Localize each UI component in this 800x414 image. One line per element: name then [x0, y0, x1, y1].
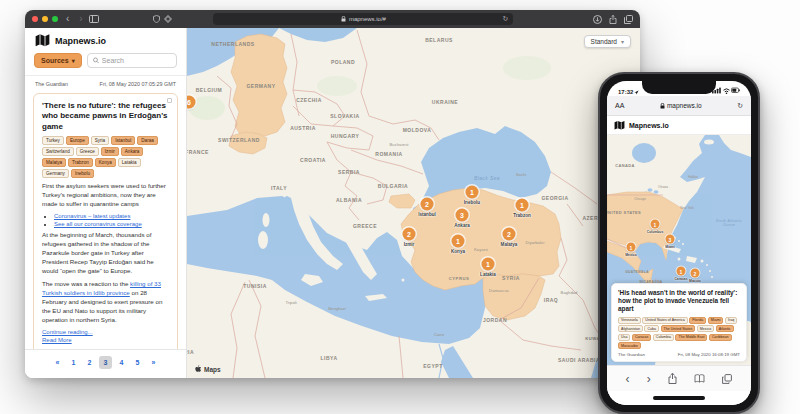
pagination-page-4[interactable]: 4 — [115, 356, 128, 369]
pagination-last[interactable]: » — [147, 356, 160, 369]
share-icon[interactable] — [609, 15, 617, 24]
tag-izmir[interactable]: Izmir — [101, 147, 119, 156]
reload-icon[interactable]: ↻ — [503, 15, 509, 23]
tabs-icon[interactable] — [624, 15, 633, 24]
reader-mode-button[interactable]: AA — [615, 102, 624, 109]
home-indicator[interactable] — [653, 396, 705, 400]
sidebar-toggle-icon[interactable] — [89, 15, 99, 23]
pagination-page-2[interactable]: 2 — [83, 356, 96, 369]
tag-atlantic[interactable]: Atlantic — [716, 325, 734, 332]
tag-caribbean[interactable]: Caribbean — [709, 334, 732, 341]
tag-miami[interactable]: Miami — [708, 317, 724, 324]
map-marker-istanbul[interactable]: 2Istanbul — [421, 198, 434, 211]
map-marker-konya[interactable]: 1Konya — [452, 235, 465, 248]
map-marker-caracas[interactable]: 1Caracas — [677, 267, 686, 276]
minimize-window-button[interactable] — [42, 16, 48, 22]
tag-daraa[interactable]: Daraa — [137, 136, 158, 145]
tag-cuba[interactable]: Cuba — [644, 325, 659, 332]
search-box[interactable] — [87, 53, 177, 68]
tag-mexico[interactable]: Mexico — [697, 325, 714, 332]
tag-the-middle-east[interactable]: The Middle East — [675, 334, 707, 341]
map-marker-columbus[interactable]: 1Columbus — [651, 220, 660, 229]
marker-label-columbus: Columbus — [647, 230, 664, 234]
phone-forward-button[interactable]: › — [647, 373, 651, 385]
status-icons — [712, 86, 740, 94]
bullet-item: Coronavirus – latest updates — [54, 213, 169, 219]
sources-button[interactable]: Sources ▾ — [34, 53, 82, 68]
tag-caracas[interactable]: Caracas — [632, 334, 651, 341]
phone-screen: 17:32 AA mapnews.io ↻ — [607, 81, 751, 405]
map-marker-malatya[interactable]: 2Malatya — [503, 228, 516, 241]
map-style-selector[interactable]: Standard ▾ — [584, 35, 631, 48]
map-marker-izmir[interactable]: 2Izmir — [403, 228, 416, 241]
map-marker-inebolu[interactable]: 1Inebolu — [466, 186, 479, 199]
close-window-button[interactable] — [32, 16, 38, 22]
tag-turkey[interactable]: Turkey — [42, 136, 64, 145]
phone-tabs-icon[interactable] — [722, 374, 732, 384]
tag-europe[interactable]: Europe — [66, 136, 89, 145]
tag-iraq[interactable]: Iraq — [725, 317, 737, 324]
tag-konya[interactable]: Konya — [95, 158, 116, 167]
article-paragraph: The move was a reaction to the killing o… — [42, 280, 169, 325]
stage: ‹ › mapnews.io/# ↻ — [0, 0, 800, 414]
phone-address-bar[interactable]: AA mapnews.io ↻ — [607, 96, 751, 116]
map-area[interactable]: NETHERLANDSBELARUSPOLANDGERMANYBELGIUMCZ… — [187, 28, 640, 378]
phone-article-title[interactable]: 'His head wasn't in the world of reality… — [618, 289, 740, 314]
tag-germany[interactable]: Germany — [42, 169, 69, 178]
extensions-icon[interactable] — [164, 15, 172, 23]
phone-bookmarks-icon[interactable] — [694, 374, 705, 383]
pagination: «12345» — [25, 349, 186, 378]
map-marker-ankara[interactable]: 3Ankara — [456, 209, 469, 222]
phone-reload-icon[interactable]: ↻ — [737, 102, 743, 110]
tag-the-united-states[interactable]: The United States — [661, 325, 696, 332]
card-corner-icon[interactable] — [167, 98, 172, 103]
read-more-link[interactable]: Read More — [42, 337, 169, 343]
marker-label-trabzon: Trabzon — [513, 213, 531, 218]
tag-malatya[interactable]: Malatya — [42, 158, 66, 167]
tag-colombia[interactable]: Colombia — [653, 334, 674, 341]
tag-greece[interactable]: Greece — [76, 147, 99, 156]
tag-latakia[interactable]: Latakia — [118, 158, 141, 167]
location-arrow-icon — [634, 90, 639, 95]
downloads-icon[interactable] — [593, 15, 602, 24]
map-marker-macuto[interactable]: 2Macuto — [691, 269, 700, 278]
tag-maracaibo[interactable]: Maracaibo — [618, 342, 641, 349]
privacy-shield-icon[interactable] — [153, 15, 160, 23]
tag-switzerland[interactable]: Switzerland — [42, 147, 74, 156]
tag-afghanistan[interactable]: Afghanistan — [618, 325, 643, 332]
brand-title: Mapnews.io — [55, 36, 106, 46]
bullet-link-coronavirus-latest-updates[interactable]: Coronavirus – latest updates — [54, 213, 130, 219]
article-title[interactable]: 'There is no future': the refugees who b… — [42, 101, 169, 132]
tag-ankara[interactable]: Ankara — [121, 147, 144, 156]
phone-map[interactable]: CANADAUNITED STATESGUATEMALANICARAGUANor… — [607, 135, 751, 365]
pagination-first[interactable]: « — [51, 356, 64, 369]
tag-inebolu[interactable]: Inebolu — [71, 169, 94, 178]
tag-istanbul[interactable]: Istanbul — [111, 136, 135, 145]
marker-label-inebolu: Inebolu — [464, 200, 480, 205]
germany-highlight — [231, 34, 287, 136]
tag-florida[interactable]: Florida — [689, 317, 706, 324]
tag-syria[interactable]: Syria — [91, 136, 109, 145]
continue-reading-link[interactable]: Continue reading... — [42, 329, 169, 335]
map-marker-miami[interactable]: 3Miami — [666, 235, 675, 244]
phone-back-button[interactable]: ‹ — [626, 373, 630, 385]
pagination-page-5[interactable]: 5 — [131, 356, 144, 369]
phone-share-icon[interactable] — [668, 373, 677, 384]
feed-controls: Sources ▾ — [25, 51, 186, 76]
search-input[interactable] — [102, 57, 171, 64]
map-marker-mexico[interactable]: 1Mexico — [627, 243, 636, 252]
tag-usa[interactable]: Usa — [618, 334, 630, 341]
pagination-page-1[interactable]: 1 — [67, 356, 80, 369]
zoom-window-button[interactable] — [52, 16, 58, 22]
tag-united-states-of-america[interactable]: United States of America — [642, 317, 688, 324]
tag-venezuela[interactable]: Venezuela — [618, 317, 641, 324]
tag-trabzon[interactable]: Trabzon — [68, 158, 93, 167]
pagination-page-3[interactable]: 3 — [99, 356, 112, 369]
map-marker-latakia[interactable]: 1Latakia — [482, 258, 495, 271]
address-bar[interactable]: mapnews.io/# ↻ — [213, 13, 513, 25]
map-marker-trabzon[interactable]: 1Trabzon — [516, 199, 529, 212]
back-button[interactable]: ‹ — [64, 14, 71, 24]
forward-button[interactable]: › — [77, 14, 84, 24]
paragraph-text: The move was a reaction to the — [42, 280, 130, 287]
bullet-link-see-all-our-coronavirus-coverage[interactable]: See all our coronavirus coverage — [54, 221, 142, 227]
